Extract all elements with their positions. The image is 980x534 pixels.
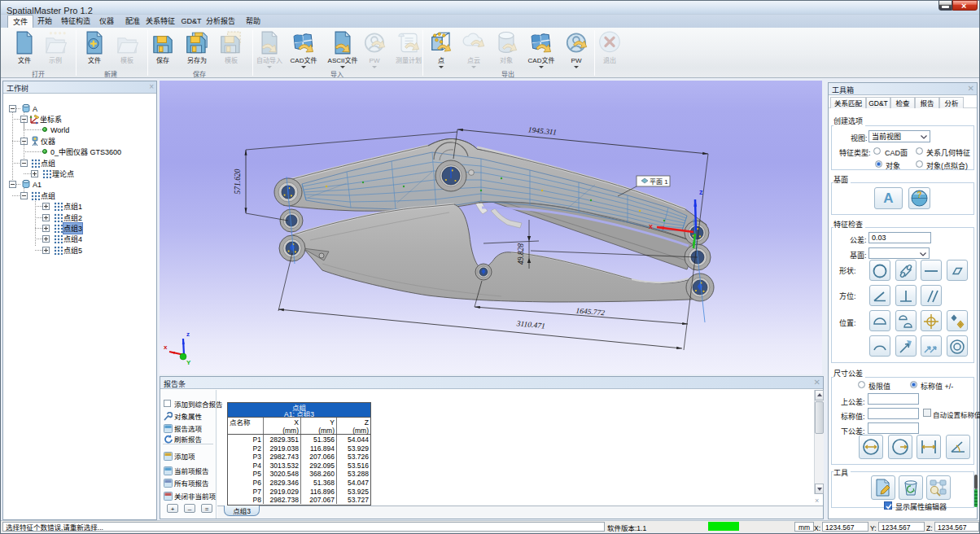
svg-text:49.828: 49.828 xyxy=(517,243,525,265)
svg-text:平面 1: 平面 1 xyxy=(650,177,668,186)
svg-text:z: z xyxy=(186,329,190,338)
svg-text:?: ? xyxy=(917,190,921,199)
svg-text:z: z xyxy=(699,186,703,197)
svg-text:571.620: 571.620 xyxy=(234,169,242,194)
svg-text:x: x xyxy=(649,221,653,231)
svg-text:Y: Y xyxy=(186,357,191,366)
svg-text:x: x xyxy=(164,342,168,351)
